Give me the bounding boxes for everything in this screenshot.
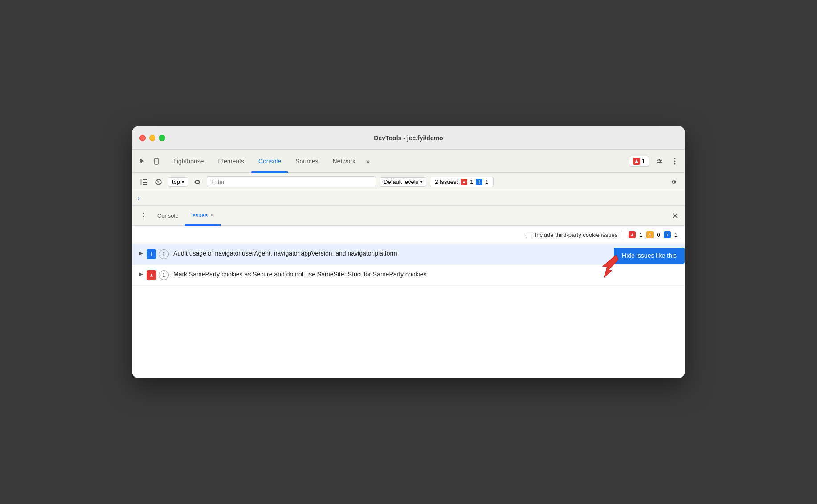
prompt-arrow-icon: ›: [138, 195, 140, 202]
tab-network[interactable]: Network: [326, 150, 363, 173]
issues-count-badges: 1 ⚠ 0 i 1: [629, 231, 678, 238]
error-badge-icon: [461, 179, 467, 185]
sidebar-toggle-icon[interactable]: [138, 176, 149, 188]
issue-count-2: 1: [159, 270, 169, 280]
bottom-more-options-icon[interactable]: ⋮: [136, 211, 151, 221]
tab-lighthouse[interactable]: Lighthouse: [166, 150, 211, 173]
svg-line-10: [157, 180, 160, 184]
info-badge-icon: i: [476, 179, 482, 185]
svg-point-2: [674, 158, 676, 159]
console-prompt[interactable]: ›: [132, 191, 685, 205]
error-icon: [633, 158, 640, 165]
main-tabs-bar: Lighthouse Elements Console Sources Netw…: [132, 150, 685, 173]
bottom-tabs-bar: ⋮ Console Issues ✕ ✕: [132, 206, 685, 226]
more-tabs-button[interactable]: »: [363, 158, 373, 165]
issues-error-icon: [629, 231, 636, 238]
settings-icon[interactable]: [653, 155, 665, 167]
mobile-icon[interactable]: [150, 155, 163, 167]
issues-count-badge[interactable]: 2 Issues: 1 i 1: [430, 177, 494, 187]
maximize-button[interactable]: [159, 135, 165, 141]
clear-console-icon[interactable]: [153, 176, 164, 188]
more-options-icon[interactable]: [669, 155, 681, 167]
issues-warning-icon: ⚠: [646, 231, 654, 238]
log-levels-selector[interactable]: Default levels ▾: [380, 177, 426, 187]
close-button[interactable]: [139, 135, 146, 141]
expand-arrow-icon[interactable]: ▶: [139, 251, 143, 256]
close-bottom-panel-icon[interactable]: ✕: [669, 211, 681, 221]
issues-info-icon: i: [664, 231, 671, 238]
minimize-button[interactable]: [149, 135, 155, 141]
include-third-party-checkbox[interactable]: [526, 232, 532, 238]
toolbar-right: [668, 176, 679, 188]
tab-console-bottom[interactable]: Console: [151, 206, 185, 226]
tab-console[interactable]: Console: [251, 150, 288, 173]
svg-point-4: [674, 163, 676, 164]
toolbar-icons: [136, 155, 163, 167]
issue-error-icon-2: [147, 270, 156, 280]
error-count-badge[interactable]: 1: [629, 156, 649, 167]
expand-arrow-icon-2[interactable]: ▶: [139, 272, 143, 276]
issue-count-1: 1: [159, 249, 169, 259]
bottom-panel: ⋮ Console Issues ✕ ✕ Include third-party…: [132, 205, 685, 378]
console-toolbar: top ▾ Default levels ▾ 2 Issues: 1 i 1: [132, 173, 685, 191]
issues-list: ▶ i 1 Audit usage of navigator.userAgent…: [132, 244, 685, 378]
svg-rect-6: [143, 179, 147, 180]
tab-sources[interactable]: Sources: [288, 150, 325, 173]
filter-input[interactable]: [207, 176, 376, 187]
tab-elements[interactable]: Elements: [211, 150, 251, 173]
svg-rect-8: [143, 184, 147, 185]
context-selector[interactable]: top ▾: [168, 177, 188, 187]
issue-row-1[interactable]: ▶ i 1 Audit usage of navigator.userAgent…: [132, 244, 685, 265]
chevron-down-icon: ▾: [182, 179, 184, 184]
titlebar: DevTools - jec.fyi/demo: [132, 126, 685, 150]
tab-issues-bottom[interactable]: Issues ✕: [185, 206, 221, 226]
cursor-icon[interactable]: [136, 155, 148, 167]
svg-rect-5: [140, 179, 142, 185]
include-third-party-label[interactable]: Include third-party cookie issues: [526, 232, 618, 238]
window-title: DevTools - jec.fyi/demo: [374, 134, 443, 142]
svg-point-3: [674, 160, 676, 162]
svg-rect-0: [155, 158, 158, 164]
chevron-down-icon: ▾: [420, 179, 422, 184]
eye-icon[interactable]: [192, 176, 203, 188]
issue-text-1: Audit usage of navigator.userAgent, navi…: [173, 249, 678, 258]
close-issues-tab-icon[interactable]: ✕: [210, 213, 214, 218]
issues-toolbar: Include third-party cookie issues 1 ⚠ 0 …: [132, 226, 685, 244]
tabs-right-actions: 1: [629, 155, 681, 167]
issue-row-2[interactable]: ▶ 1 Mark SameParty cookies as Secure and…: [132, 265, 685, 286]
console-settings-icon[interactable]: [668, 176, 679, 188]
issue-info-icon-1: i: [147, 249, 156, 259]
issue-text-2: Mark SameParty cookies as Secure and do …: [173, 270, 678, 279]
devtools-window: DevTools - jec.fyi/demo Lighthouse Eleme…: [132, 126, 685, 378]
traffic-lights: [139, 135, 165, 141]
svg-rect-7: [143, 182, 147, 183]
